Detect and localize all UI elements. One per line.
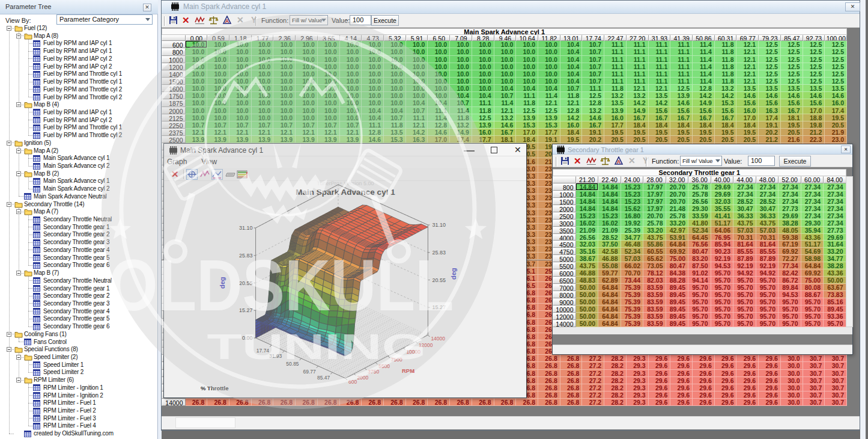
svg-text:25.83: 25.83: [239, 253, 253, 259]
svg-text:15.27: 15.27: [239, 307, 253, 313]
svg-text:10000: 10000: [406, 349, 420, 355]
svg-text:31.93: 31.93: [269, 353, 282, 359]
svg-text:deg: deg: [450, 268, 457, 280]
svg-text:14000: 14000: [431, 336, 445, 342]
svg-text:17.74: 17.74: [256, 348, 270, 354]
svg-text:5500: 5500: [378, 363, 390, 369]
svg-text:deg: deg: [219, 277, 226, 289]
svg-text:20.55: 20.55: [432, 277, 446, 283]
svg-text:0.00: 0.00: [242, 335, 253, 341]
svg-text:Main Spark Advance cyl 1: Main Spark Advance cyl 1: [296, 188, 395, 197]
svg-text:50.85: 50.85: [286, 361, 299, 367]
svg-text:20.55: 20.55: [239, 280, 253, 286]
svg-text:2000: 2000: [357, 375, 368, 381]
svg-text:69.77: 69.77: [303, 369, 317, 375]
svg-text:3750: 3750: [368, 369, 379, 375]
svg-text:25.83: 25.83: [432, 250, 446, 256]
svg-text:600: 600: [348, 379, 357, 385]
svg-text:TunerPro+ Version 5.00: TunerPro+ Version 5.00: [317, 180, 374, 186]
svg-text:7500: 7500: [391, 357, 402, 363]
svg-text:31.10: 31.10: [239, 225, 253, 231]
svg-text:15.27: 15.27: [432, 304, 446, 310]
svg-text:12000: 12000: [419, 342, 433, 348]
svg-text:A: A: [617, 159, 621, 165]
svg-text:85.47: 85.47: [317, 375, 330, 381]
svg-text:A: A: [225, 18, 229, 24]
svg-text:31.10: 31.10: [432, 222, 446, 228]
svg-text:RPM: RPM: [402, 367, 414, 374]
svg-text:% Throttle: % Throttle: [201, 385, 228, 391]
